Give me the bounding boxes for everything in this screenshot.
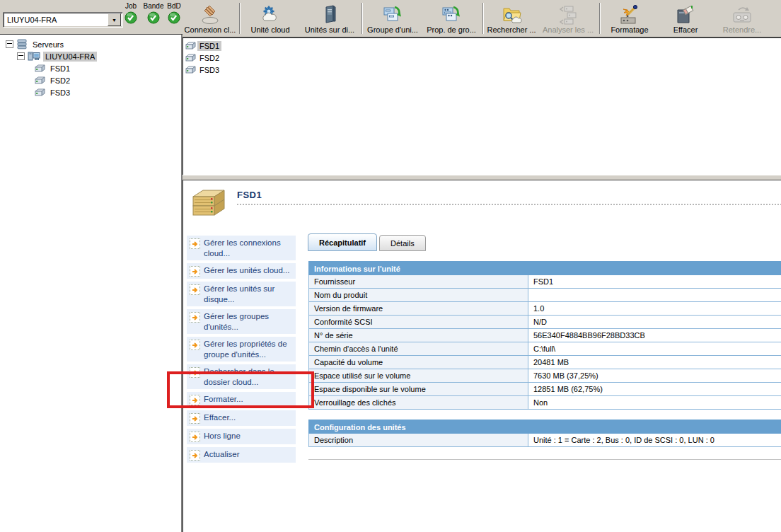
config-label: Description [309, 434, 528, 446]
status-bdd-label: BdD [167, 2, 180, 10]
menu-item-rechercher-dossier-cloud[interactable]: Rechercher dans le dossier cloud... [187, 364, 296, 389]
toolbar-button-retendre[interactable]: Retendre... [713, 0, 771, 37]
content-bottom-divider [308, 459, 781, 460]
tree-item-fsd1[interactable]: FSD1 [0, 62, 181, 74]
device-list-item-fsd1[interactable]: FSD1 [183, 40, 781, 52]
info-label: Capacité du volume [309, 356, 528, 369]
search-folder-icon [501, 4, 522, 25]
info-row: Verrouillage des clichésNon [309, 395, 781, 409]
server-computer-icon [28, 51, 40, 62]
toolbar-button-analyser[interactable]: Analyser les ... [538, 0, 598, 37]
info-value: Non [528, 396, 781, 409]
status-bdd: BdD [165, 2, 183, 24]
status-job-label: Job [125, 2, 137, 10]
toolbar-button-groupe-unites[interactable]: Groupe d'uni... [364, 0, 422, 37]
toolbar-separator [599, 3, 600, 34]
collapse-icon[interactable] [17, 52, 25, 60]
menu-item-gerer-connexions-cloud[interactable]: Gérer les connexions cloud... [187, 236, 296, 260]
menu-item-actualiser[interactable]: Actualiser [187, 447, 296, 463]
tree-item-fsd3[interactable]: FSD3 [0, 86, 181, 98]
arrow-right-icon [190, 340, 200, 350]
info-row: Espace utilisé sur le volume7630 MB (37,… [309, 369, 781, 382]
tree-item-label: FSD3 [48, 88, 72, 98]
device-list-label: FSD2 [197, 53, 221, 63]
device-list-label: FSD3 [197, 65, 221, 75]
arrow-right-icon [190, 367, 200, 378]
disk-device-icon [319, 4, 340, 25]
retension-icon [731, 4, 753, 25]
info-label: Verrouillage des clichés [309, 396, 528, 409]
info-value: FSD1 [528, 275, 781, 288]
device-list-item-fsd2[interactable]: FSD2 [183, 52, 781, 64]
erase-icon [675, 4, 696, 25]
toolbar-separator [361, 3, 362, 34]
collapse-icon[interactable] [6, 40, 13, 48]
tab-recapitulatif[interactable]: Récapitulatif [308, 233, 377, 251]
status-bande-label: Bande [144, 2, 164, 10]
info-row: Conformité SCSIN/D [309, 315, 781, 328]
servers-icon [16, 39, 28, 50]
info-row: N° de série56E340F4884BB96F28BD33CB [309, 328, 781, 342]
tab-details[interactable]: Détails [379, 235, 426, 251]
status-job: Job [121, 2, 141, 24]
menu-item-gerer-groupes-unites[interactable]: Gérer les groupes d'unités... [187, 309, 296, 334]
group-properties-icon [441, 4, 462, 25]
device-detail-panel: FSD1 Gérer les connexions cloud... Gérer… [183, 180, 781, 532]
info-label: Espace disponible sur le volume [309, 383, 528, 395]
toolbar-button-connexion-cloud[interactable]: Connexion cl... [183, 0, 238, 37]
drive-icon [34, 88, 45, 97]
server-dropdown[interactable]: LIUYU04-FRA ▼ [3, 12, 123, 28]
drive-icon [185, 66, 196, 74]
info-row: Version de firmware1.0 [309, 301, 781, 315]
app-window: LIUYU04-FRA ▼ Job Bande BdD Serveurs [0, 0, 781, 532]
info-value: 7630 MB (37,25%) [528, 369, 781, 382]
toolbar-button-rechercher[interactable]: Rechercher ... [485, 0, 538, 37]
toolbar-button-unite-cloud[interactable]: Unité cloud [241, 0, 299, 37]
tree-item-label: Serveurs [30, 40, 66, 50]
info-label: Fournisseur [309, 275, 528, 288]
menu-item-hors-ligne[interactable]: Hors ligne [187, 429, 296, 444]
menu-item-gerer-unites-disque[interactable]: Gérer les unités sur disque... [187, 282, 296, 306]
dropdown-arrow-icon[interactable]: ▼ [108, 13, 121, 26]
menu-item-gerer-proprietes-groupe[interactable]: Gérer les propriétés de groupe d'unités.… [187, 337, 296, 362]
toolbar-button-effacer[interactable]: Effacer [658, 0, 713, 37]
arrow-right-icon [190, 413, 200, 424]
toolbar-button-compresser[interactable]: Compr [771, 0, 781, 37]
info-row: Capacité du volume20481 MB [309, 355, 781, 369]
info-value: 20481 MB [528, 356, 781, 369]
drive-icon [34, 76, 45, 85]
scan-devices-icon [557, 4, 579, 25]
toolbar-button-prop-groupe[interactable]: Prop. de gro... [422, 0, 481, 37]
server-selector-header: LIUYU04-FRA ▼ Job Bande BdD [0, 0, 183, 35]
toolbar: Connexion cl... Unité cloud Unités sur d… [183, 0, 781, 37]
menu-item-effacer[interactable]: Effacer... [187, 410, 296, 426]
info-value [528, 289, 781, 301]
device-list-item-fsd3[interactable]: FSD3 [183, 64, 781, 76]
toolbar-button-formatage[interactable]: Formatage [601, 0, 658, 37]
config-section: Configuration des unités DescriptionUnit… [308, 420, 781, 447]
info-row: Espace disponible sur le volume12851 MB … [309, 382, 781, 395]
tree-item-label: FSD2 [48, 76, 72, 86]
device-list-label: FSD1 [197, 41, 221, 51]
info-row: Nom du produit [309, 288, 781, 301]
device-large-icon [189, 188, 230, 225]
menu-item-gerer-unites-cloud[interactable]: Gérer les unités cloud... [187, 263, 296, 279]
device-title: FSD1 [237, 190, 262, 200]
info-value: C:\full\ [528, 342, 781, 355]
info-value: 56E340F4884BB96F28BD33CB [528, 329, 781, 342]
server-dropdown-value: LIUYU04-FRA [4, 16, 108, 24]
detail-tabs: Récapitulatif Détails [308, 233, 426, 251]
status-ok-icon [125, 11, 137, 24]
info-label: N° de série [309, 329, 528, 342]
info-section-header: Informations sur l'unité [308, 261, 781, 275]
info-label: Version de firmware [309, 302, 528, 315]
tree-item-server[interactable]: LIUYU04-FRA [0, 50, 181, 62]
info-label: Conformité SCSI [309, 316, 528, 328]
toolbar-separator [482, 3, 483, 34]
drive-icon [34, 64, 45, 73]
tree-item-fsd2[interactable]: FSD2 [0, 74, 181, 86]
toolbar-button-unites-disque[interactable]: Unités sur di... [299, 0, 360, 37]
info-row: Chemin d'accès à l'unitéC:\full\ [309, 342, 781, 355]
menu-item-formater[interactable]: Formater... [187, 392, 296, 407]
tree-item-serveurs[interactable]: Serveurs [0, 38, 181, 50]
